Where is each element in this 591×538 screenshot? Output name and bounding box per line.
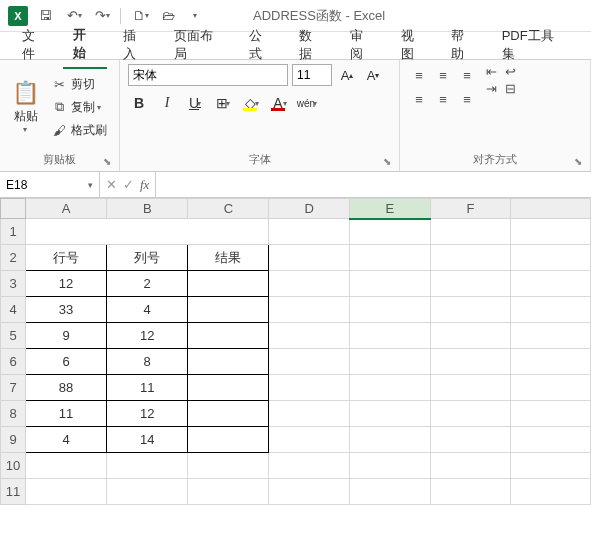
format-painter-button[interactable]: 🖌格式刷 (47, 120, 111, 141)
table-title[interactable]: 绝对引用 (26, 219, 269, 245)
table-cell[interactable] (188, 323, 269, 349)
font-dialog-launcher[interactable]: ⬊ (383, 156, 391, 167)
formula-input[interactable] (156, 172, 591, 197)
align-center-button[interactable]: ≡ (432, 88, 454, 110)
table-header[interactable]: 结果 (188, 245, 269, 271)
col-header-b[interactable]: B (107, 199, 188, 219)
col-header-d[interactable]: D (269, 199, 350, 219)
increase-indent-button[interactable]: ⇥ (486, 81, 497, 96)
cell[interactable] (350, 323, 431, 349)
table-cell[interactable]: 2 (107, 271, 188, 297)
insert-function-button[interactable]: fx (140, 177, 149, 193)
cell[interactable] (511, 323, 591, 349)
table-header[interactable]: 行号 (26, 245, 107, 271)
cell[interactable] (188, 479, 269, 505)
col-header-g[interactable] (511, 199, 591, 219)
underline-button[interactable]: U▾ (184, 92, 206, 114)
align-middle-button[interactable]: ≡ (432, 64, 454, 86)
cell[interactable] (269, 479, 350, 505)
cell[interactable] (511, 271, 591, 297)
table-cell[interactable]: 12 (107, 401, 188, 427)
col-header-c[interactable]: C (188, 199, 269, 219)
row-header[interactable]: 10 (1, 453, 26, 479)
cell[interactable] (269, 219, 350, 245)
cell[interactable] (188, 453, 269, 479)
font-color-button[interactable]: A▾ (268, 92, 290, 114)
col-header-e[interactable]: E (350, 199, 431, 219)
cell[interactable] (430, 375, 511, 401)
cell[interactable] (511, 245, 591, 271)
cell[interactable] (430, 219, 511, 245)
cell[interactable] (269, 349, 350, 375)
border-button[interactable]: ⊞▾ (212, 92, 234, 114)
table-cell[interactable]: 8 (107, 349, 188, 375)
row-header[interactable]: 2 (1, 245, 26, 271)
table-cell[interactable] (188, 349, 269, 375)
cell[interactable] (269, 271, 350, 297)
copy-button[interactable]: ⧉复制▾ (47, 97, 111, 118)
table-cell[interactable]: 4 (26, 427, 107, 453)
cell[interactable] (350, 297, 431, 323)
fill-color-button[interactable]: ◇▾ (240, 92, 262, 114)
table-header[interactable]: 列号 (107, 245, 188, 271)
cell[interactable] (511, 219, 591, 245)
increase-font-button[interactable]: A▴ (336, 64, 358, 86)
col-header-a[interactable]: A (26, 199, 107, 219)
table-cell[interactable] (188, 401, 269, 427)
cell[interactable] (511, 375, 591, 401)
table-cell[interactable] (188, 427, 269, 453)
cell[interactable] (511, 349, 591, 375)
table-cell[interactable]: 12 (26, 271, 107, 297)
select-all-corner[interactable] (1, 199, 26, 219)
row-header[interactable]: 11 (1, 479, 26, 505)
cell[interactable] (26, 453, 107, 479)
cell[interactable] (430, 323, 511, 349)
table-cell[interactable]: 11 (26, 401, 107, 427)
row-header[interactable]: 8 (1, 401, 26, 427)
cell[interactable] (430, 401, 511, 427)
cell[interactable] (269, 375, 350, 401)
cell[interactable] (430, 297, 511, 323)
table-cell[interactable]: 33 (26, 297, 107, 323)
cell[interactable] (269, 323, 350, 349)
row-header[interactable]: 4 (1, 297, 26, 323)
paste-button[interactable]: 📋 粘贴 ▾ (8, 64, 43, 150)
align-left-button[interactable]: ≡ (408, 88, 430, 110)
cell[interactable] (430, 453, 511, 479)
row-header[interactable]: 3 (1, 271, 26, 297)
cell[interactable] (511, 401, 591, 427)
row-header[interactable]: 7 (1, 375, 26, 401)
cell[interactable] (430, 271, 511, 297)
font-name-input[interactable] (128, 64, 288, 86)
spreadsheet-grid[interactable]: A B C D E F 1 绝对引用 2 行号 列号 结果 3 12 2 4 3… (0, 198, 591, 538)
bold-button[interactable]: B (128, 92, 150, 114)
cell[interactable] (107, 479, 188, 505)
cell[interactable] (269, 427, 350, 453)
clipboard-dialog-launcher[interactable]: ⬊ (103, 156, 111, 167)
align-right-button[interactable]: ≡ (456, 88, 478, 110)
accept-formula-button[interactable]: ✓ (123, 177, 134, 192)
cell[interactable] (26, 479, 107, 505)
cell[interactable] (430, 479, 511, 505)
decrease-indent-button[interactable]: ⇤ (486, 64, 497, 79)
cell[interactable] (511, 453, 591, 479)
table-cell[interactable]: 88 (26, 375, 107, 401)
table-cell[interactable] (188, 271, 269, 297)
cell[interactable] (511, 427, 591, 453)
decrease-font-button[interactable]: A▾ (362, 64, 384, 86)
cell[interactable] (269, 453, 350, 479)
cell[interactable] (430, 245, 511, 271)
cell[interactable] (350, 453, 431, 479)
row-header[interactable]: 9 (1, 427, 26, 453)
name-box-dropdown[interactable]: ▾ (88, 180, 93, 190)
cell[interactable] (430, 349, 511, 375)
row-header[interactable]: 6 (1, 349, 26, 375)
cell[interactable] (350, 245, 431, 271)
align-bottom-button[interactable]: ≡ (456, 64, 478, 86)
cell[interactable] (350, 349, 431, 375)
cell[interactable] (107, 453, 188, 479)
name-box-input[interactable] (6, 178, 66, 192)
table-cell[interactable] (188, 297, 269, 323)
table-cell[interactable]: 14 (107, 427, 188, 453)
italic-button[interactable]: I (156, 92, 178, 114)
